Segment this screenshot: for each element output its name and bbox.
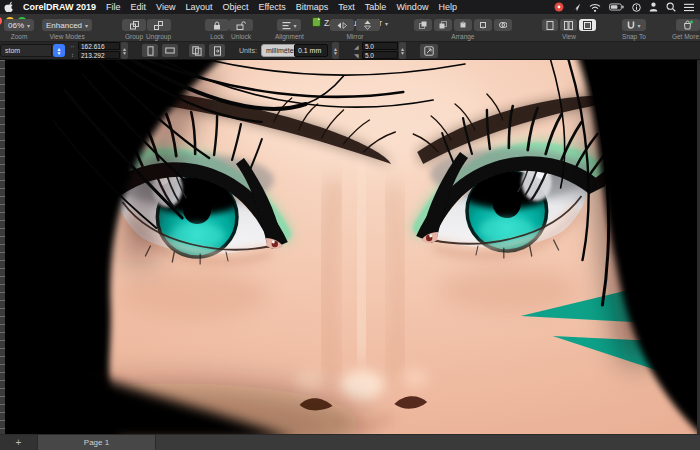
- menu-bitmaps[interactable]: Bitmaps: [296, 2, 329, 12]
- menu-layout[interactable]: Layout: [185, 2, 212, 12]
- wifi-icon[interactable]: [589, 3, 601, 12]
- get-more-button[interactable]: [676, 19, 700, 31]
- combine-button[interactable]: [494, 19, 512, 31]
- zoom-group: 06%▾ Zoom: [4, 19, 34, 40]
- page-height-icon: ↕: [69, 52, 76, 58]
- canvas-area: [0, 60, 700, 434]
- menu-app-name[interactable]: CorelDRAW 2019: [23, 2, 96, 12]
- lock-group: Lock: [205, 19, 229, 40]
- units-dropdown[interactable]: millimeters ▲▼: [261, 44, 269, 57]
- menu-object[interactable]: Object: [222, 2, 248, 12]
- get-more-group: Get More...: [672, 19, 700, 40]
- add-page-button[interactable]: +: [0, 435, 38, 450]
- forward-one-button[interactable]: [454, 19, 472, 31]
- all-pages-toggle[interactable]: [189, 44, 205, 57]
- view-group: View: [542, 19, 596, 40]
- notification-badge-icon[interactable]: [554, 2, 564, 12]
- page-preset-dropdown[interactable]: stom ▲▼: [0, 44, 65, 57]
- duplicate-stepper[interactable]: ▲▼: [399, 42, 406, 59]
- portrait-artwork: [5, 60, 697, 434]
- menu-window[interactable]: Window: [396, 2, 428, 12]
- battery-icon[interactable]: [609, 3, 624, 11]
- nudge-distance-icon: ◇: [283, 46, 290, 55]
- menu-view[interactable]: View: [156, 2, 175, 12]
- nudge-stepper[interactable]: ▲▼: [332, 42, 339, 59]
- menu-effects[interactable]: Effects: [258, 2, 285, 12]
- unlock-button[interactable]: [229, 19, 253, 31]
- user-icon[interactable]: [649, 2, 658, 12]
- status-circle-icon[interactable]: [632, 3, 641, 12]
- current-page-toggle[interactable]: [209, 44, 225, 57]
- mirror-horizontal-button[interactable]: [330, 19, 354, 31]
- page-size-stepper[interactable]: ▲▼: [121, 42, 128, 59]
- to-back-button[interactable]: [434, 19, 452, 31]
- mirror-group: Mirror: [330, 19, 380, 40]
- menu-text[interactable]: Text: [338, 2, 355, 12]
- landscape-toggle[interactable]: [162, 44, 178, 57]
- to-front-button[interactable]: [414, 19, 432, 31]
- location-icon[interactable]: [572, 3, 581, 12]
- treat-as-filled-toggle[interactable]: [420, 44, 438, 58]
- page-view-button[interactable]: [542, 19, 558, 31]
- duplicate-y-field[interactable]: 5.0: [362, 51, 398, 59]
- portrait-toggle[interactable]: [142, 44, 158, 57]
- fullscreen-view-button[interactable]: [579, 19, 596, 31]
- duplicate-x-icon: ◢: [353, 43, 360, 50]
- menu-table[interactable]: Table: [365, 2, 387, 12]
- view-mode-dropdown[interactable]: Enhanced▾: [42, 19, 92, 31]
- lock-button[interactable]: [205, 19, 229, 31]
- units-label: Units:: [239, 47, 257, 54]
- toolbar-title-bar: Zaky Mufthi.cdr ▾ 06%▾ Zoom Enhanced▾ Vi…: [0, 14, 700, 42]
- alignment-group: ▾ Alignment: [275, 19, 304, 40]
- group-group: Group: [122, 19, 146, 40]
- mirror-vertical-button[interactable]: [356, 19, 380, 31]
- menu-edit[interactable]: Edit: [131, 2, 147, 12]
- group-button[interactable]: [122, 19, 146, 31]
- ungroup-group: Ungroup: [146, 19, 171, 40]
- apple-menu-icon[interactable]: [4, 1, 13, 14]
- arrange-group: Arrange: [414, 19, 512, 40]
- spotlight-search-icon[interactable]: [666, 2, 676, 12]
- page-height-field[interactable]: 213.292: [78, 51, 120, 59]
- zoom-level-dropdown[interactable]: 06%▾: [4, 19, 34, 31]
- drawing-canvas[interactable]: [5, 60, 697, 434]
- snap-to-button[interactable]: ▾: [622, 19, 646, 31]
- unlock-group: Unlock: [229, 19, 253, 40]
- status-bar: + Page 1: [0, 434, 700, 450]
- coreldraw-window: CorelDRAW 2019 File Edit View Layout Obj…: [0, 0, 700, 450]
- nudge-distance-field[interactable]: 0.1 mm: [294, 44, 328, 57]
- page-width-icon: ↔: [69, 43, 76, 49]
- duplicate-y-icon: ◥: [353, 52, 360, 59]
- snap-to-group: ▾ Snap To: [622, 19, 646, 40]
- preset-stepper-icon: ▲▼: [53, 44, 65, 57]
- macos-menu-bar: CorelDRAW 2019 File Edit View Layout Obj…: [0, 0, 700, 14]
- menu-help[interactable]: Help: [438, 2, 457, 12]
- page-width-field[interactable]: 162.616: [78, 42, 120, 50]
- duplicate-x-field[interactable]: 5.0: [362, 42, 398, 50]
- menu-file[interactable]: File: [106, 2, 121, 12]
- view-modes-group: Enhanced▾ View Modes: [42, 19, 92, 40]
- property-bar: stom ▲▼ ↔162.616 ↕213.292 ▲▼ Units: mill…: [0, 42, 700, 60]
- multipage-view-button[interactable]: [560, 19, 577, 31]
- control-center-icon[interactable]: [684, 3, 694, 12]
- ungroup-button[interactable]: [147, 19, 171, 31]
- page-tab[interactable]: Page 1: [38, 435, 156, 450]
- alignment-button[interactable]: ▾: [277, 19, 301, 31]
- back-one-button[interactable]: [474, 19, 492, 31]
